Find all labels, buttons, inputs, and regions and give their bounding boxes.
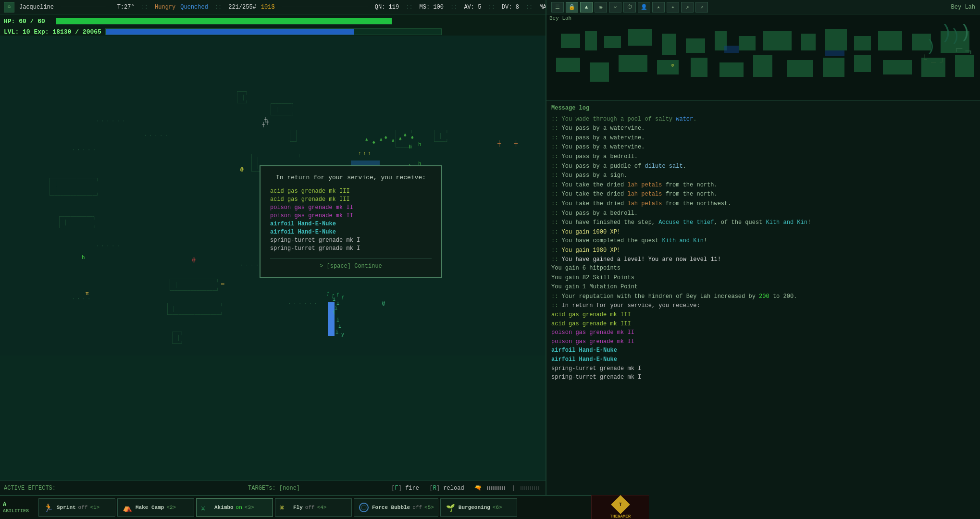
log-entry: :: You pass by a bedroll. [551, 209, 975, 218]
log-entry: :: You take the dried lah petals from th… [551, 190, 975, 199]
svg-text:⌐: ⌐ [955, 42, 963, 57]
toolbar-map-icon[interactable]: ▲ [580, 2, 593, 12]
toolbar-arrow-icon[interactable]: ↗ [681, 2, 694, 12]
svg-text:ƒ: ƒ [332, 294, 335, 299]
toolbar-star-icon[interactable]: ★ [652, 2, 665, 12]
mini-map[interactable]: Bey Lah [546, 14, 980, 101]
log-entry: acid gas grenade mk III [551, 310, 975, 320]
log-entry: poison gas grenade mk II [551, 328, 975, 337]
toolbar-icons: ☰ 🔒 ▲ ◉ ⌕ ⏱ 👤 ★ ✦ ↗ ↗ [551, 2, 708, 12]
svg-rect-97 [763, 31, 792, 50]
svg-text:·   ·    ·     ·   ·: · · · · · [96, 244, 120, 248]
svg-text:⛺: ⛺ [123, 503, 132, 513]
sprint-name: Sprint [57, 505, 76, 510]
log-entry: :: You pass by a watervine. [551, 134, 975, 143]
svg-text:♣: ♣ [372, 140, 375, 145]
log-entry: :: Your reputation with the hindren of B… [551, 292, 975, 301]
svg-text:↑: ↑ [368, 150, 371, 156]
ability-sprint[interactable]: 🏃 Sprint off <1> [38, 498, 115, 517]
svg-text:y: y [341, 332, 344, 337]
svg-text:i: i [335, 330, 338, 335]
forcebubble-state: off [412, 505, 422, 510]
svg-text:└─┘: └─┘ [288, 138, 298, 145]
toolbar-lock-icon[interactable]: 🔒 [566, 2, 578, 12]
sprint-key: <1> [90, 505, 99, 510]
svg-rect-90 [585, 31, 597, 50]
dv-stat: DV: 8 [502, 4, 519, 11]
ability-burgeoning[interactable]: 🌱 Burgeoning <6> [440, 498, 517, 517]
svg-text:└──────────────┘: └──────────────┘ [168, 287, 219, 294]
svg-text:│                │: │ │ [166, 306, 175, 312]
log-entry: You gain 82 Skill Points [551, 273, 975, 283]
sprint-state: off [78, 505, 88, 510]
svg-text:ƒ: ƒ [341, 295, 344, 300]
log-entry: :: You have finished the step, Accuse th… [551, 218, 975, 227]
map-title: Bey Lah [546, 14, 980, 22]
hp-display: 221/255# [228, 4, 256, 11]
svg-rect-96 [739, 36, 756, 50]
makecamp-key: <2> [166, 505, 176, 510]
svg-text:): ) [926, 37, 935, 55]
svg-text:⌘: ⌘ [280, 505, 284, 513]
character-icon: ☺ [4, 2, 14, 12]
log-entry: airfoil Hand-E-Nuke [551, 346, 975, 355]
thirst-status: Quenched [180, 4, 208, 11]
makecamp-name: Make Camp [136, 505, 164, 510]
reward-item: airfoil Hand-E-Nuke [270, 221, 432, 227]
ability-forcebubble[interactable]: Force Bubble off <5> [354, 498, 438, 517]
log-entry: :: You gain 1000 XP! [551, 228, 975, 237]
toolbar-camera-icon[interactable]: ◉ [595, 2, 607, 12]
toolbar-time-icon[interactable]: ⏱ [623, 2, 636, 12]
dialog-rewards: acid gas grenade mk III acid gas grenade… [270, 188, 432, 252]
svg-rect-99 [825, 29, 847, 50]
svg-text:─: ─ [930, 58, 936, 67]
logo-text: THEGAMER [610, 514, 631, 519]
svg-text:i: i [338, 324, 341, 329]
ability-bar: A ABILITIES 🏃 Sprint off <1> ⛺ Make Camp… [0, 495, 649, 519]
ability-makecamp[interactable]: ⛺ Make Camp <2> [117, 498, 194, 517]
svg-rect-104 [556, 58, 580, 72]
akimbo-name: Akimbo [214, 505, 234, 510]
svg-rect-92 [628, 29, 652, 46]
makecamp-icon: ⛺ [122, 502, 133, 513]
svg-text:┘: ┘ [939, 58, 945, 67]
burgeoning-key: <6> [493, 505, 502, 510]
message-log[interactable]: Message log :: You wade through a pool o… [546, 101, 980, 519]
toolbar-gem-icon[interactable]: ✦ [667, 2, 679, 12]
svg-rect-105 [590, 62, 609, 82]
log-entry: :: You have gained a level! You are now … [551, 255, 975, 264]
svg-text:🌱: 🌱 [446, 504, 455, 513]
svg-text:┼: ┼ [261, 122, 265, 127]
toolbar-menu-icon[interactable]: ☰ [551, 2, 564, 12]
svg-rect-91 [604, 36, 621, 48]
svg-text:│ │: │ │ [288, 133, 298, 139]
svg-text:│      │: │ │ [269, 106, 279, 113]
ability-akimbo[interactable]: ⚔ Akimbo on <3> [196, 498, 273, 517]
svg-text:♣: ♣ [380, 137, 383, 143]
hp-bar-fill [56, 18, 392, 24]
toolbar-char-icon[interactable]: 👤 [638, 2, 650, 12]
toolbar-search-icon[interactable]: ⌕ [609, 2, 621, 12]
game-area[interactable]: ┌──┐ │ │ └──┘ ┌──────┐ │ │ └──────┘ ┌─┐ … [0, 36, 546, 356]
log-entry: :: You take the dried lah petals from th… [551, 181, 975, 190]
toolbar-arrow2-icon[interactable]: ↗ [695, 2, 708, 12]
log-entry: acid gas grenade mk III [551, 320, 975, 329]
svg-text:ƒ: ƒ [336, 292, 339, 297]
ammo-separator: | [512, 485, 515, 492]
svg-rect-101 [878, 31, 902, 50]
svg-text:│   │: │ │ [433, 133, 442, 139]
ability-fly[interactable]: ⌘ Fly off <4> [275, 498, 352, 517]
svg-text:i: i [333, 310, 335, 316]
svg-rect-112 [823, 58, 844, 77]
qn-stat: QN: 119 [375, 4, 399, 11]
log-entry: :: You have completed the quest Kith and… [551, 236, 975, 246]
log-entry: airfoil Hand-E-Nuke [551, 355, 975, 364]
svg-text:♣: ♣ [399, 136, 402, 142]
burgeoning-name: Burgeoning [459, 505, 490, 510]
hp-bar-row: HP: 60 / 60 [4, 16, 542, 26]
burgeoning-icon: 🌱 [445, 502, 456, 513]
svg-text:⚔: ⚔ [201, 505, 205, 513]
svg-rect-98 [801, 34, 816, 50]
exp-bar-fill [106, 29, 354, 35]
dialog-continue-prompt[interactable]: > [space] Continue [270, 259, 432, 270]
